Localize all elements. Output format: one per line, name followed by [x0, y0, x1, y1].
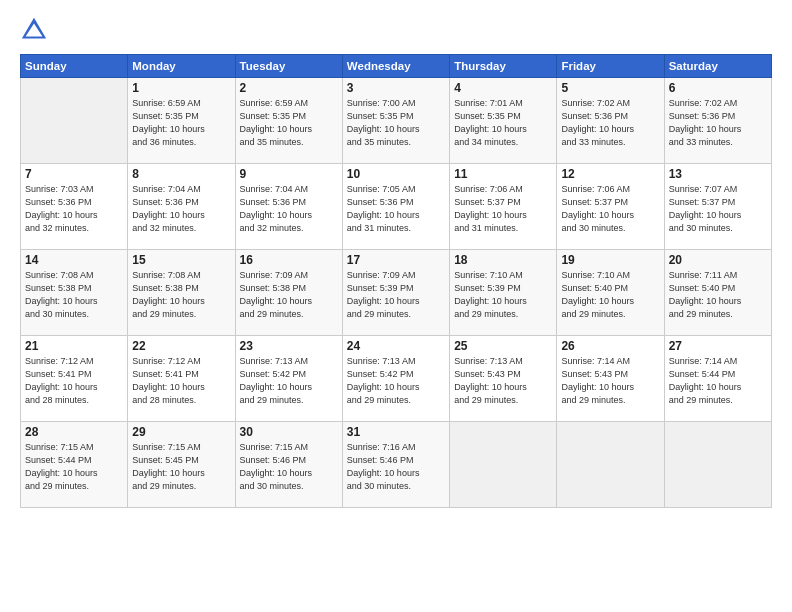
day-number: 11 — [454, 167, 552, 181]
calendar-header-row: SundayMondayTuesdayWednesdayThursdayFrid… — [21, 55, 772, 78]
calendar-cell: 17Sunrise: 7:09 AM Sunset: 5:39 PM Dayli… — [342, 250, 449, 336]
logo — [20, 16, 52, 44]
day-detail: Sunrise: 7:15 AM Sunset: 5:46 PM Dayligh… — [240, 441, 338, 493]
calendar-cell: 27Sunrise: 7:14 AM Sunset: 5:44 PM Dayli… — [664, 336, 771, 422]
day-number: 1 — [132, 81, 230, 95]
day-number: 25 — [454, 339, 552, 353]
calendar-cell: 14Sunrise: 7:08 AM Sunset: 5:38 PM Dayli… — [21, 250, 128, 336]
day-header-wednesday: Wednesday — [342, 55, 449, 78]
week-row-3: 14Sunrise: 7:08 AM Sunset: 5:38 PM Dayli… — [21, 250, 772, 336]
day-detail: Sunrise: 6:59 AM Sunset: 5:35 PM Dayligh… — [240, 97, 338, 149]
day-number: 14 — [25, 253, 123, 267]
calendar-container: SundayMondayTuesdayWednesdayThursdayFrid… — [0, 0, 792, 612]
day-number: 24 — [347, 339, 445, 353]
day-detail: Sunrise: 7:00 AM Sunset: 5:35 PM Dayligh… — [347, 97, 445, 149]
day-detail: Sunrise: 7:15 AM Sunset: 5:44 PM Dayligh… — [25, 441, 123, 493]
calendar-cell — [21, 78, 128, 164]
calendar-cell: 6Sunrise: 7:02 AM Sunset: 5:36 PM Daylig… — [664, 78, 771, 164]
day-detail: Sunrise: 7:11 AM Sunset: 5:40 PM Dayligh… — [669, 269, 767, 321]
day-detail: Sunrise: 7:10 AM Sunset: 5:39 PM Dayligh… — [454, 269, 552, 321]
day-detail: Sunrise: 7:08 AM Sunset: 5:38 PM Dayligh… — [132, 269, 230, 321]
calendar-cell: 18Sunrise: 7:10 AM Sunset: 5:39 PM Dayli… — [450, 250, 557, 336]
day-detail: Sunrise: 7:04 AM Sunset: 5:36 PM Dayligh… — [132, 183, 230, 235]
day-detail: Sunrise: 7:04 AM Sunset: 5:36 PM Dayligh… — [240, 183, 338, 235]
day-detail: Sunrise: 7:09 AM Sunset: 5:38 PM Dayligh… — [240, 269, 338, 321]
day-number: 30 — [240, 425, 338, 439]
day-detail: Sunrise: 7:05 AM Sunset: 5:36 PM Dayligh… — [347, 183, 445, 235]
day-detail: Sunrise: 7:15 AM Sunset: 5:45 PM Dayligh… — [132, 441, 230, 493]
calendar-cell: 10Sunrise: 7:05 AM Sunset: 5:36 PM Dayli… — [342, 164, 449, 250]
calendar-cell: 1Sunrise: 6:59 AM Sunset: 5:35 PM Daylig… — [128, 78, 235, 164]
day-detail: Sunrise: 7:09 AM Sunset: 5:39 PM Dayligh… — [347, 269, 445, 321]
calendar-cell — [664, 422, 771, 508]
day-detail: Sunrise: 6:59 AM Sunset: 5:35 PM Dayligh… — [132, 97, 230, 149]
day-number: 3 — [347, 81, 445, 95]
day-number: 13 — [669, 167, 767, 181]
day-number: 22 — [132, 339, 230, 353]
day-number: 8 — [132, 167, 230, 181]
calendar-cell: 13Sunrise: 7:07 AM Sunset: 5:37 PM Dayli… — [664, 164, 771, 250]
calendar-cell: 11Sunrise: 7:06 AM Sunset: 5:37 PM Dayli… — [450, 164, 557, 250]
calendar-cell: 24Sunrise: 7:13 AM Sunset: 5:42 PM Dayli… — [342, 336, 449, 422]
day-detail: Sunrise: 7:10 AM Sunset: 5:40 PM Dayligh… — [561, 269, 659, 321]
day-number: 2 — [240, 81, 338, 95]
day-detail: Sunrise: 7:14 AM Sunset: 5:44 PM Dayligh… — [669, 355, 767, 407]
week-row-1: 1Sunrise: 6:59 AM Sunset: 5:35 PM Daylig… — [21, 78, 772, 164]
day-detail: Sunrise: 7:02 AM Sunset: 5:36 PM Dayligh… — [669, 97, 767, 149]
day-number: 12 — [561, 167, 659, 181]
day-detail: Sunrise: 7:13 AM Sunset: 5:43 PM Dayligh… — [454, 355, 552, 407]
day-header-sunday: Sunday — [21, 55, 128, 78]
day-detail: Sunrise: 7:13 AM Sunset: 5:42 PM Dayligh… — [240, 355, 338, 407]
day-number: 17 — [347, 253, 445, 267]
calendar-cell: 4Sunrise: 7:01 AM Sunset: 5:35 PM Daylig… — [450, 78, 557, 164]
calendar-cell: 22Sunrise: 7:12 AM Sunset: 5:41 PM Dayli… — [128, 336, 235, 422]
day-number: 26 — [561, 339, 659, 353]
calendar-cell: 26Sunrise: 7:14 AM Sunset: 5:43 PM Dayli… — [557, 336, 664, 422]
calendar-cell: 8Sunrise: 7:04 AM Sunset: 5:36 PM Daylig… — [128, 164, 235, 250]
day-header-saturday: Saturday — [664, 55, 771, 78]
day-number: 18 — [454, 253, 552, 267]
calendar-cell: 28Sunrise: 7:15 AM Sunset: 5:44 PM Dayli… — [21, 422, 128, 508]
day-detail: Sunrise: 7:06 AM Sunset: 5:37 PM Dayligh… — [454, 183, 552, 235]
day-detail: Sunrise: 7:03 AM Sunset: 5:36 PM Dayligh… — [25, 183, 123, 235]
calendar-cell: 21Sunrise: 7:12 AM Sunset: 5:41 PM Dayli… — [21, 336, 128, 422]
day-detail: Sunrise: 7:07 AM Sunset: 5:37 PM Dayligh… — [669, 183, 767, 235]
day-number: 21 — [25, 339, 123, 353]
calendar-cell — [450, 422, 557, 508]
day-number: 5 — [561, 81, 659, 95]
day-detail: Sunrise: 7:13 AM Sunset: 5:42 PM Dayligh… — [347, 355, 445, 407]
calendar-cell: 3Sunrise: 7:00 AM Sunset: 5:35 PM Daylig… — [342, 78, 449, 164]
day-number: 10 — [347, 167, 445, 181]
calendar-cell: 2Sunrise: 6:59 AM Sunset: 5:35 PM Daylig… — [235, 78, 342, 164]
day-number: 6 — [669, 81, 767, 95]
day-detail: Sunrise: 7:02 AM Sunset: 5:36 PM Dayligh… — [561, 97, 659, 149]
calendar-cell: 31Sunrise: 7:16 AM Sunset: 5:46 PM Dayli… — [342, 422, 449, 508]
calendar-cell — [557, 422, 664, 508]
calendar-cell: 30Sunrise: 7:15 AM Sunset: 5:46 PM Dayli… — [235, 422, 342, 508]
day-detail: Sunrise: 7:12 AM Sunset: 5:41 PM Dayligh… — [25, 355, 123, 407]
day-number: 4 — [454, 81, 552, 95]
day-header-monday: Monday — [128, 55, 235, 78]
calendar-cell: 19Sunrise: 7:10 AM Sunset: 5:40 PM Dayli… — [557, 250, 664, 336]
day-number: 31 — [347, 425, 445, 439]
calendar-cell: 7Sunrise: 7:03 AM Sunset: 5:36 PM Daylig… — [21, 164, 128, 250]
day-detail: Sunrise: 7:06 AM Sunset: 5:37 PM Dayligh… — [561, 183, 659, 235]
day-header-tuesday: Tuesday — [235, 55, 342, 78]
calendar-cell: 23Sunrise: 7:13 AM Sunset: 5:42 PM Dayli… — [235, 336, 342, 422]
header — [20, 16, 772, 44]
calendar-cell: 12Sunrise: 7:06 AM Sunset: 5:37 PM Dayli… — [557, 164, 664, 250]
day-detail: Sunrise: 7:01 AM Sunset: 5:35 PM Dayligh… — [454, 97, 552, 149]
day-detail: Sunrise: 7:08 AM Sunset: 5:38 PM Dayligh… — [25, 269, 123, 321]
day-number: 16 — [240, 253, 338, 267]
day-header-thursday: Thursday — [450, 55, 557, 78]
day-number: 20 — [669, 253, 767, 267]
day-number: 19 — [561, 253, 659, 267]
day-number: 27 — [669, 339, 767, 353]
calendar-cell: 16Sunrise: 7:09 AM Sunset: 5:38 PM Dayli… — [235, 250, 342, 336]
week-row-5: 28Sunrise: 7:15 AM Sunset: 5:44 PM Dayli… — [21, 422, 772, 508]
day-number: 9 — [240, 167, 338, 181]
day-number: 23 — [240, 339, 338, 353]
week-row-4: 21Sunrise: 7:12 AM Sunset: 5:41 PM Dayli… — [21, 336, 772, 422]
day-number: 7 — [25, 167, 123, 181]
day-number: 28 — [25, 425, 123, 439]
